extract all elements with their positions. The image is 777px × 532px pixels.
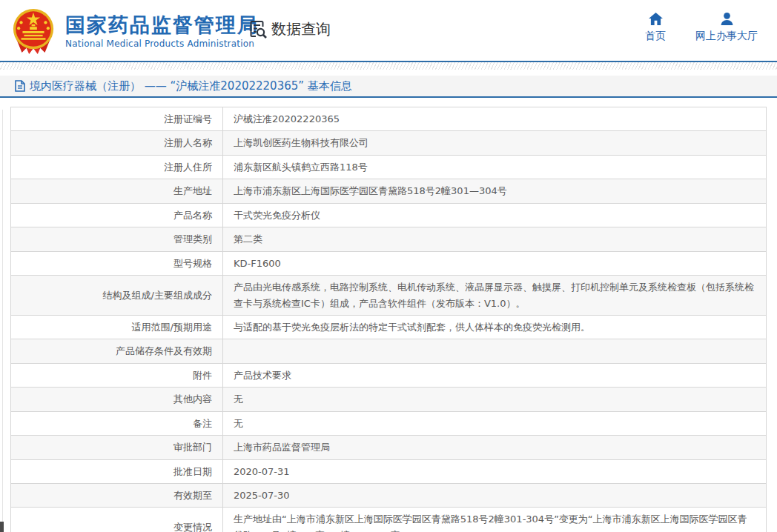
row-value: 干式荧光免疫分析仪 [223, 203, 767, 227]
row-value: 产品技术要求 [223, 363, 767, 387]
table-row: 注册人名称上海凯创医药生物科技有限公司 [11, 131, 767, 155]
row-value: 无 [223, 411, 767, 435]
data-query-icon [248, 19, 268, 39]
table-row: 型号规格KD-F1600 [11, 251, 767, 275]
row-label: 产品储存条件及有效期 [11, 339, 223, 363]
org-names: 国家药品监督管理局 National Medical Products Admi… [65, 13, 259, 49]
left-edge-hairline [2, 110, 3, 532]
site-header: 国家药品监督管理局 National Medical Products Admi… [0, 0, 777, 62]
document-icon [15, 80, 25, 92]
table-row: 变更情况生产地址由“上海市浦东新区上海国际医学园区青黛路518号2幢301-30… [11, 508, 767, 532]
header-nav: 首页 网上办事大厅 [645, 13, 758, 43]
row-label: 生产地址 [11, 179, 223, 203]
table-row: 其他内容无 [11, 388, 767, 411]
row-label: 产品名称 [11, 203, 223, 227]
national-emblem-icon [10, 7, 56, 56]
org-name-en: National Medical Products Administration [65, 39, 259, 49]
data-query-link[interactable]: 数据查询 [248, 19, 331, 39]
table-row: 管理类别第二类 [11, 227, 767, 251]
page: 国家药品监督管理局 National Medical Products Admi… [0, 0, 777, 532]
nav-service-hall[interactable]: 网上办事大厅 [695, 13, 758, 43]
breadcrumb-bar: 境内医疗器械（注册） —— “沪械注准20202220365” 基本信息 [0, 76, 777, 98]
data-query-label: 数据查询 [271, 19, 331, 39]
row-value: 生产地址由“上海市浦东新区上海国际医学园区青黛路518号2幢301-304号”变… [223, 508, 767, 532]
row-value: 无 [223, 388, 767, 411]
row-value: 浦东新区航头镇鹤立西路118号 [223, 155, 767, 179]
row-value [223, 339, 767, 363]
row-label: 批准日期 [11, 459, 223, 483]
row-label: 其他内容 [11, 388, 223, 411]
row-label: 结构及组成/主要组成成分 [11, 276, 223, 316]
table-row: 审批部门上海市药品监督管理局 [11, 436, 767, 459]
table-row: 有效期至2025-07-30 [11, 484, 767, 508]
row-label: 备注 [11, 411, 223, 435]
row-value: 沪械注准20202220365 [223, 107, 767, 131]
row-label: 型号规格 [11, 251, 223, 275]
row-value: 上海市浦东新区上海国际医学园区青黛路518号2幢301—304号 [223, 179, 767, 203]
row-value: 上海市药品监督管理局 [223, 436, 767, 459]
row-label: 注册人名称 [11, 131, 223, 155]
row-label: 注册证编号 [11, 107, 223, 131]
registration-info-table: 注册证编号沪械注准20202220365注册人名称上海凯创医药生物科技有限公司注… [10, 107, 767, 532]
row-value: 上海凯创医药生物科技有限公司 [223, 131, 767, 155]
row-value: 2025-07-30 [223, 484, 767, 508]
org-name-cn: 国家药品监督管理局 [65, 13, 259, 36]
bottom-left-fragment [0, 522, 4, 532]
table-row: 注册证编号沪械注准20202220365 [11, 107, 767, 131]
row-label: 注册人住所 [11, 155, 223, 179]
nav-home[interactable]: 首页 [645, 13, 666, 43]
row-label: 变更情况 [11, 508, 223, 532]
table-row: 结构及组成/主要组成成分产品由光电传感系统，电路控制系统、电机传动系统、液晶屏显… [11, 276, 767, 316]
row-value: 产品由光电传感系统，电路控制系统、电机传动系统、液晶屏显示器、触摸屏、打印机控制… [223, 276, 767, 316]
table-row: 附件产品技术要求 [11, 363, 767, 387]
nmpa-logo-link[interactable]: 国家药品监督管理局 National Medical Products Admi… [10, 7, 259, 56]
hatched-divider [0, 62, 777, 70]
row-label: 有效期至 [11, 484, 223, 508]
row-label: 附件 [11, 363, 223, 387]
nav-service-hall-label: 网上办事大厅 [695, 30, 758, 43]
table-row: 生产地址上海市浦东新区上海国际医学园区青黛路518号2幢301—304号 [11, 179, 767, 203]
row-value: 第二类 [223, 227, 767, 251]
table-row: 注册人住所浦东新区航头镇鹤立西路118号 [11, 155, 767, 179]
page-title: 境内医疗器械（注册） —— “沪械注准20202220365” 基本信息 [30, 79, 352, 93]
nav-home-label: 首页 [645, 30, 666, 43]
row-value: 2020-07-31 [223, 459, 767, 483]
user-icon [720, 13, 734, 25]
table-row: 产品名称干式荧光免疫分析仪 [11, 203, 767, 227]
table-row: 备注无 [11, 411, 767, 435]
info-table-body: 注册证编号沪械注准20202220365注册人名称上海凯创医药生物科技有限公司注… [11, 107, 767, 532]
row-value: KD-F1600 [223, 251, 767, 275]
home-icon [649, 13, 663, 25]
row-value: 与适配的基于荧光免疫层析法的特定干式试剂配套，供人体样本的免疫荧光检测用。 [223, 315, 767, 339]
row-label: 管理类别 [11, 227, 223, 251]
row-label: 适用范围/预期用途 [11, 315, 223, 339]
table-row: 产品储存条件及有效期 [11, 339, 767, 363]
table-row: 适用范围/预期用途与适配的基于荧光免疫层析法的特定干式试剂配套，供人体样本的免疫… [11, 315, 767, 339]
row-label: 审批部门 [11, 436, 223, 459]
table-row: 批准日期2020-07-31 [11, 459, 767, 483]
